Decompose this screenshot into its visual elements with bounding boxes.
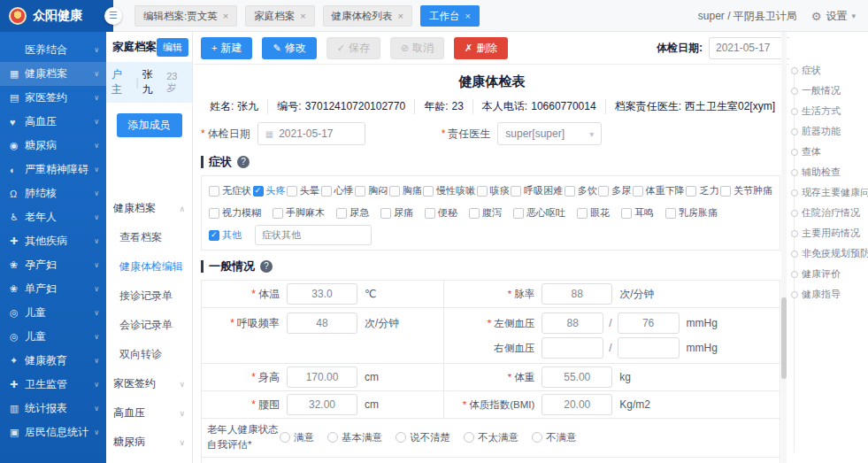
symptom-checkbox[interactable]: 咳痰 <box>477 184 510 197</box>
symptom-checkbox[interactable]: 尿痛 <box>380 206 413 220</box>
menu-section-collapsed[interactable]: 高血压 ∨ <box>106 398 192 428</box>
menu-item[interactable]: 会诊记录单 <box>106 311 192 340</box>
breath-input[interactable]: 48 <box>287 313 357 334</box>
sidebar-item[interactable]: ▤ 家医签约 ∨ <box>0 86 106 110</box>
symptom-checkbox[interactable]: 慢性咳嗽 <box>423 184 475 197</box>
symptom-checkbox[interactable]: 头晕 <box>287 184 319 197</box>
sidebar-item[interactable]: Ω 肺结核 ∨ <box>0 181 106 205</box>
symptom-checkbox[interactable]: 胸闷 <box>355 184 388 197</box>
anchor-nav-item[interactable]: 非免疫规划预防接种史 <box>789 243 868 264</box>
anchor-nav-item[interactable]: 辅助检查 <box>789 162 868 182</box>
radio-option[interactable]: 不太满意 <box>464 431 518 444</box>
sidebar-item[interactable]: ◎ 儿童 ∨ <box>0 325 106 349</box>
close-icon[interactable]: × <box>465 6 471 26</box>
symptom-checkbox[interactable]: 耳鸣 <box>621 206 654 220</box>
doctor-select[interactable]: super[super] ▾ <box>497 122 602 145</box>
toolbar-button[interactable]: ✓ 保存 <box>326 37 380 59</box>
anchor-nav-item[interactable]: 住院治疗情况 <box>789 203 868 223</box>
edit-family-button[interactable]: 编辑 <box>157 38 188 57</box>
sidebar-item[interactable]: ✚ 卫生监管 ∨ <box>0 373 106 397</box>
symptom-checkbox[interactable]: 便秘 <box>425 206 457 220</box>
symptom-checkbox[interactable]: 多尿 <box>598 184 631 197</box>
sidebar-item[interactable]: ✚ 其他疾病 ∨ <box>0 229 106 253</box>
close-icon[interactable]: × <box>398 6 403 26</box>
symptom-checkbox[interactable]: 心悸 <box>321 184 354 197</box>
symptom-other-checkbox[interactable]: 其他 <box>209 228 242 242</box>
radio-option[interactable]: 不满意 <box>532 431 577 444</box>
toolbar-button[interactable]: ✗ 删除 <box>454 37 508 59</box>
symptom-checkbox[interactable]: 尿急 <box>336 206 369 220</box>
close-icon[interactable]: × <box>300 6 305 26</box>
scrollbar-thumb[interactable] <box>781 297 787 379</box>
weight-input[interactable]: 55.00 <box>542 367 612 388</box>
symptom-checkbox[interactable]: 乳房胀痛 <box>665 206 718 220</box>
tab[interactable]: 家庭档案 × <box>245 5 314 27</box>
sidebar-item[interactable]: ▣ 居民信息统计 ∨ <box>0 421 106 444</box>
sidebar-item[interactable]: ◐ 严重精神障碍 ∨ <box>0 158 106 181</box>
menu-item[interactable]: 双向转诊 <box>106 340 192 369</box>
symptom-checkbox[interactable]: 眼花 <box>577 206 610 220</box>
symptom-checkbox[interactable]: 多饮 <box>565 184 597 197</box>
symptom-checkbox[interactable]: 呼吸困难 <box>511 184 563 197</box>
tab[interactable]: 工作台 × <box>420 5 480 27</box>
anchor-nav-item[interactable]: 生活方式 <box>789 101 868 121</box>
anchor-nav-item[interactable]: 一般情况 <box>789 81 868 101</box>
bp-left-diastolic-input[interactable]: 76 <box>618 313 680 334</box>
sidebar-item[interactable]: ◉ 糖尿病 ∨ <box>0 134 106 158</box>
bmi-input[interactable]: 20.00 <box>542 394 612 415</box>
anchor-nav-item[interactable]: 主要用药情况 <box>789 223 868 243</box>
anchor-nav-item[interactable]: 现存主要健康问题 <box>789 182 868 203</box>
anchor-nav-item[interactable]: 健康指导 <box>789 284 868 305</box>
menu-section-collapsed[interactable]: 糖尿病 ∨ <box>106 428 192 457</box>
menu-section-collapsed[interactable]: 其他疾病 ∨ <box>106 457 192 463</box>
waist-input[interactable]: 32.00 <box>287 394 357 415</box>
bp-right-diastolic-input[interactable] <box>618 337 680 359</box>
menu-item[interactable]: 查看档案 <box>106 223 192 252</box>
sidebar-item[interactable]: ♿ 老年人 ∨ <box>0 205 106 229</box>
anchor-nav-item[interactable]: 症状 <box>789 60 868 81</box>
sidebar-item[interactable]: ❀ 单产妇 ∨ <box>0 277 106 301</box>
sidebar-item[interactable]: ❀ 孕产妇 ∨ <box>0 253 106 277</box>
anchor-nav-item[interactable]: 脏器功能 <box>789 121 868 142</box>
symptom-checkbox[interactable]: 恶心呕吐 <box>513 206 565 220</box>
settings-menu[interactable]: ⚙ 设置 ▾ <box>811 9 856 24</box>
help-icon[interactable]: ? <box>260 260 273 273</box>
height-input[interactable]: 170.00 <box>287 367 357 388</box>
symptom-checkbox[interactable]: 视力模糊 <box>209 206 261 220</box>
sidebar-item[interactable]: ✦ 健康教育 ∨ <box>0 349 106 373</box>
sidebar-item[interactable]: 医养结合 ∨ <box>0 38 106 62</box>
exam-date-input[interactable]: ▦ 2021-05-17 <box>257 122 365 145</box>
radio-option[interactable]: 说不清楚 <box>396 431 450 444</box>
toolbar-button[interactable]: ⊘ 取消 <box>390 37 444 59</box>
sidebar-item[interactable]: ▥ 统计报表 ∨ <box>0 397 106 421</box>
toolbar-button[interactable]: ✎ 修改 <box>262 37 316 59</box>
help-icon[interactable]: ? <box>237 156 250 168</box>
menu-section-collapsed[interactable]: 家医签约 ∨ <box>106 369 192 398</box>
radio-option[interactable]: 满意 <box>280 431 314 444</box>
menu-item[interactable]: 健康体检编辑 <box>106 252 192 282</box>
close-icon[interactable]: × <box>223 6 228 26</box>
symptom-checkbox[interactable]: 乏力 <box>686 184 718 197</box>
symptom-checkbox[interactable]: 腹泻 <box>469 206 502 220</box>
anchor-nav-item[interactable]: 健康评价 <box>789 264 868 284</box>
symptom-checkbox[interactable]: 胸痛 <box>389 184 422 197</box>
radio-option[interactable]: 基本满意 <box>327 431 382 444</box>
sidebar-item[interactable]: ◎ 儿童 ∨ <box>0 301 106 325</box>
pulse-input[interactable]: 88 <box>542 283 612 305</box>
sidebar-item[interactable]: ▦ 健康档案 ∨ <box>0 62 106 86</box>
family-member-row[interactable]: 户主 | 张九 23岁 <box>106 62 192 103</box>
bp-right-systolic-input[interactable] <box>542 337 603 359</box>
symptom-checkbox[interactable]: 手脚麻木 <box>273 206 325 220</box>
symptom-checkbox[interactable]: 头疼 <box>253 184 286 197</box>
temperature-input[interactable]: 33.0 <box>287 283 357 305</box>
symptom-other-input[interactable]: 症状其他 <box>255 225 372 245</box>
tab[interactable]: 健康体检列表 × <box>323 5 412 27</box>
anchor-nav-item[interactable]: 查体 <box>789 142 868 162</box>
sidebar-collapse-icon[interactable]: ☰ <box>104 7 122 25</box>
bp-left-systolic-input[interactable]: 88 <box>542 313 603 334</box>
menu-section-health-archive[interactable]: 健康档案 ∧ <box>106 194 192 223</box>
toolbar-button[interactable]: + 新建 <box>201 37 252 59</box>
add-member-button[interactable]: 添加成员 <box>117 113 182 137</box>
symptom-checkbox[interactable]: 关节肿痛 <box>720 184 772 197</box>
symptom-checkbox[interactable]: 无症状 <box>209 184 251 197</box>
